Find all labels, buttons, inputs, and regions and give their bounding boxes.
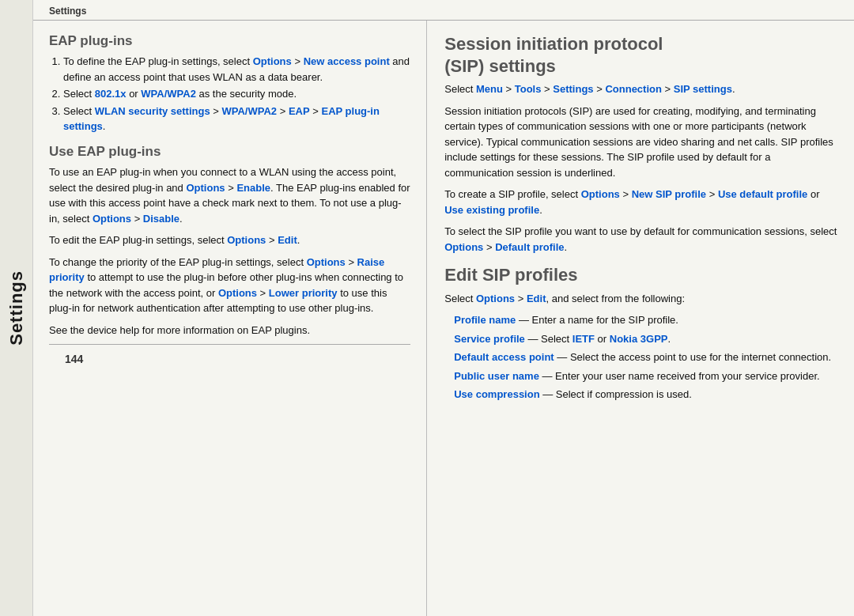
options-link-8[interactable]: Options xyxy=(444,241,483,253)
edit-sip-item-use-compression: Use compression — Select if compression … xyxy=(454,387,838,402)
use-eap-para-3: To change the priority of the EAP plug-i… xyxy=(49,255,410,316)
enable-link[interactable]: Enable xyxy=(236,182,270,194)
eap-list-item-2: Select 802.1x or WPA/WPA2 as the securit… xyxy=(63,86,410,102)
menu-link[interactable]: Menu xyxy=(476,83,503,95)
edit-sip-item-public-user-name: Public user name — Enter your user name … xyxy=(454,368,838,384)
page-number-area: 144 xyxy=(49,344,410,370)
lower-priority-link[interactable]: Lower priority xyxy=(269,287,338,299)
edit-sip-section: Edit SIP profiles Select Options > Edit,… xyxy=(444,264,838,402)
sip-para-2: To create a SIP profile, select Options … xyxy=(444,187,838,217)
eap-list-item-3: Select WLAN security settings > WPA/WPA2… xyxy=(63,104,410,134)
options-link-7[interactable]: Options xyxy=(581,188,620,200)
top-header: Settings xyxy=(33,0,854,21)
columns: EAP plug-ins To define the EAP plug-in s… xyxy=(33,21,854,616)
options-link-2[interactable]: Options xyxy=(186,182,225,194)
sip-settings-section: Session initiation protocol (SIP) settin… xyxy=(444,33,838,255)
edit-link-2[interactable]: Edit xyxy=(527,293,546,304)
use-eap-section: Use EAP plug-ins To use an EAP plug-in w… xyxy=(49,144,410,338)
eap-link[interactable]: EAP xyxy=(289,105,310,117)
wpa-wpa2-link-1[interactable]: WPA/WPA2 xyxy=(141,88,196,100)
use-eap-para-4: See the device help for more information… xyxy=(49,323,410,338)
sidebar: Settings xyxy=(0,0,33,616)
page-number: 144 xyxy=(49,348,410,370)
default-profile-link[interactable]: Default profile xyxy=(495,241,564,253)
new-sip-profile-link[interactable]: New SIP profile xyxy=(632,188,706,200)
wlan-security-link[interactable]: WLAN security settings xyxy=(95,105,210,117)
ietf-link[interactable]: IETF xyxy=(572,333,595,345)
nokia-3gpp-link[interactable]: Nokia 3GPP xyxy=(610,333,668,345)
disable-link[interactable]: Disable xyxy=(143,213,179,225)
eap-list-item-1: To define the EAP plug-in settings, sele… xyxy=(63,54,410,85)
profile-name-link[interactable]: Profile name xyxy=(454,314,516,326)
options-link-9[interactable]: Options xyxy=(476,293,515,304)
left-column: EAP plug-ins To define the EAP plug-in s… xyxy=(33,21,427,616)
connection-link[interactable]: Connection xyxy=(605,83,662,95)
eap-plugins-title: EAP plug-ins xyxy=(49,33,410,49)
sip-settings-title: Session initiation protocol (SIP) settin… xyxy=(444,33,838,77)
service-profile-link[interactable]: Service profile xyxy=(454,333,525,345)
edit-sip-item-default-access-point: Default access point — Select the access… xyxy=(454,350,838,365)
default-access-point-link[interactable]: Default access point xyxy=(454,351,554,363)
sidebar-label: Settings xyxy=(6,270,27,346)
use-default-profile-link[interactable]: Use default profile xyxy=(718,188,807,200)
sip-settings-link[interactable]: SIP settings xyxy=(674,83,732,95)
right-column: Session initiation protocol (SIP) settin… xyxy=(427,21,854,616)
sip-para-1: Session initiation protocols (SIP) are u… xyxy=(444,104,838,181)
edit-sip-intro: Select Options > Edit, and select from t… xyxy=(444,291,838,307)
use-existing-profile-link[interactable]: Use existing profile xyxy=(444,204,539,216)
8021x-link[interactable]: 802.1x xyxy=(95,88,127,100)
edit-sip-item-service-profile: Service profile — Select IETF or Nokia 3… xyxy=(454,331,838,347)
new-access-point-link[interactable]: New access point xyxy=(304,55,390,67)
tools-link[interactable]: Tools xyxy=(515,83,542,95)
settings-link[interactable]: Settings xyxy=(553,83,593,95)
use-eap-para-2: To edit the EAP plug-in settings, select… xyxy=(49,232,410,248)
edit-sip-items: Profile name — Enter a name for the SIP … xyxy=(444,312,838,402)
options-link-6[interactable]: Options xyxy=(218,287,257,299)
eap-plugins-list: To define the EAP plug-in settings, sele… xyxy=(49,54,410,134)
edit-sip-item-profile-name: Profile name — Enter a name for the SIP … xyxy=(454,312,838,328)
wpa-wpa2-link-2[interactable]: WPA/WPA2 xyxy=(222,105,278,117)
sip-para-3: To select the SIP profile you want to us… xyxy=(444,224,838,255)
use-eap-para-1: To use an EAP plug-in when you connect t… xyxy=(49,164,410,226)
public-user-name-link[interactable]: Public user name xyxy=(454,370,539,382)
edit-link-1[interactable]: Edit xyxy=(278,234,297,246)
use-compression-link[interactable]: Use compression xyxy=(454,388,539,400)
options-link-1[interactable]: Options xyxy=(253,55,292,67)
header-label: Settings xyxy=(49,6,86,17)
sip-nav: Select Menu > Tools > Settings > Connect… xyxy=(444,81,838,97)
options-link-5[interactable]: Options xyxy=(307,256,346,268)
main-content: Settings EAP plug-ins To define the EAP … xyxy=(33,0,854,616)
options-link-3[interactable]: Options xyxy=(93,213,131,225)
use-eap-title: Use EAP plug-ins xyxy=(49,144,410,160)
edit-sip-title: Edit SIP profiles xyxy=(444,264,838,286)
options-link-4[interactable]: Options xyxy=(227,234,266,246)
eap-plugins-section: EAP plug-ins To define the EAP plug-in s… xyxy=(49,33,410,134)
